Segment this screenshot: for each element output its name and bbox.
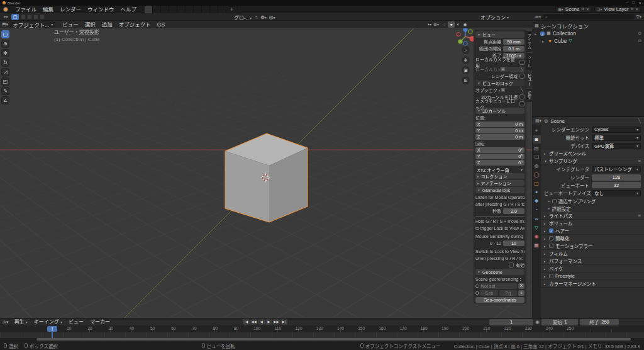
property-panel-header[interactable]: ▸フィルム <box>541 250 644 257</box>
add-workspace-button[interactable]: + <box>226 6 238 13</box>
jump-to-start-button[interactable]: |◀ <box>243 319 250 325</box>
preset-menu-icon[interactable]: ≡ <box>638 158 641 164</box>
property-panel-header[interactable]: ▸簡略化 <box>541 235 644 242</box>
timeline-editor-icon[interactable]: ◷▾ <box>3 320 9 325</box>
lock-object-field[interactable]: ▣╲ <box>500 88 525 93</box>
outliner-display-mode-dropdown[interactable]: ≔▾ <box>535 14 541 20</box>
view-layer-selector[interactable]: ❏▾ View Layer ⧉ ✕ <box>594 6 641 13</box>
outliner-row-collection[interactable]: ▸ ▦ Collection ⊙ <box>532 30 644 37</box>
data-tab[interactable]: ▽ <box>533 223 541 232</box>
gizmo-neg-z-axis[interactable] <box>464 42 467 45</box>
physics-tab[interactable]: ◔ <box>533 206 541 214</box>
current-frame-field[interactable]: 1 <box>489 319 533 325</box>
blender-menu-icon[interactable] <box>3 7 8 12</box>
property-panel-header[interactable]: ▸ヘアー <box>541 227 644 235</box>
viewport-menu-item[interactable]: GS <box>154 21 168 28</box>
measure-tool[interactable]: ∠ <box>1 96 9 104</box>
axis-field[interactable]: X0 m <box>475 121 525 127</box>
gizmo-y-axis[interactable] <box>458 39 462 43</box>
object-tab[interactable]: ▢ <box>533 179 541 188</box>
property-panel-header[interactable]: ▸カラーマネージメント <box>541 280 644 288</box>
rotate-tool[interactable]: ↻ <box>1 59 9 67</box>
constraints-tab[interactable]: ∞ <box>533 215 541 223</box>
workspace-tab[interactable] <box>161 6 169 13</box>
menu-item[interactable]: ウィンドウ <box>84 6 118 13</box>
add-origin-button[interactable]: + <box>518 290 525 296</box>
grease-pencil-panel[interactable]: ▸グリースペンシル <box>541 150 644 157</box>
tool-tab[interactable]: ⌖ <box>533 127 541 135</box>
jump-to-end-button[interactable]: ▶| <box>280 319 287 325</box>
collections-panel-header[interactable]: ▸コレクション <box>475 173 525 179</box>
proportional-edit-icon[interactable]: ◎▾ <box>269 14 275 20</box>
render-engine-dropdown[interactable]: Cycles▾ <box>592 127 641 133</box>
workspace-tab[interactable] <box>186 6 194 13</box>
viewport-menu-item[interactable]: オブジェクト <box>116 21 154 28</box>
timeline-track[interactable] <box>0 332 644 338</box>
marker-menu[interactable]: マーカー <box>87 319 113 326</box>
new-view-layer-icon[interactable]: ⧉ <box>631 7 633 11</box>
filter-icon[interactable]: ╲ <box>638 118 641 123</box>
integrator-dropdown[interactable]: パストレーシング▾ <box>592 166 641 172</box>
overlays-toggle-dropdown[interactable]: ⊚▾ <box>433 22 439 27</box>
move-tool[interactable]: ✥ <box>1 49 9 57</box>
hide-eye-icon[interactable]: ⊙ <box>638 31 641 36</box>
mode-square-icon[interactable] <box>27 14 32 20</box>
viewport-3d[interactable]: ⬒▾ オブジェクト...▾ ビュー選択追加オブジェクトGS ◑▾ ⊚▾ ◌●◐◉… <box>0 21 532 318</box>
navigation-gizmo[interactable] <box>457 27 475 45</box>
render-samples-field[interactable]: 128 <box>592 174 641 181</box>
mode-dropdown[interactable]: オブジェクト...▾ <box>10 21 55 28</box>
property-panel-header[interactable]: ▸ライトパス≡ <box>541 212 644 220</box>
cube-object[interactable] <box>225 133 308 222</box>
material-shading-button[interactable]: ◐ <box>455 21 462 28</box>
collection-checkbox[interactable] <box>540 31 545 36</box>
annotate-tool[interactable]: ✎ <box>1 87 9 95</box>
modifiers-tab[interactable]: ✦ <box>533 188 541 196</box>
prev-keyframe-button[interactable]: ◀◀ <box>250 319 257 325</box>
prj-button[interactable]: Prj <box>499 290 517 296</box>
camera-lock-checkbox[interactable] <box>519 101 525 106</box>
seconds-field[interactable]: 2.0 <box>503 208 525 214</box>
eyedropper-icon[interactable]: ╲ <box>521 67 523 72</box>
denoise-dropdown[interactable]: なし▾ <box>592 190 641 196</box>
feature-set-dropdown[interactable]: 標準▾ <box>592 135 641 141</box>
options-dropdown[interactable]: オプション▾ <box>480 14 509 21</box>
expand-icon[interactable]: ▸ <box>535 31 538 36</box>
select-box-tool[interactable]: ▢ <box>1 30 9 38</box>
orientation-dropdown[interactable]: グロ-.. ▾ <box>234 14 252 21</box>
sidebar-tab[interactable]: ツール <box>526 53 532 71</box>
advanced-row[interactable]: ▸詳細設定 <box>541 205 644 212</box>
particles-tab[interactable]: ✱ <box>533 197 541 205</box>
viewport-menu-item[interactable]: ビュー <box>59 21 82 28</box>
viewport-menu-item[interactable]: 追加 <box>99 21 116 28</box>
outliner-search-input[interactable]: ⌕ <box>543 14 635 20</box>
ortho-toggle-icon[interactable]: ⊞ <box>462 76 470 84</box>
outliner-row-scene-collection[interactable]: ▤ シーンコレクション <box>532 22 644 30</box>
geo-coordinates-button[interactable]: Geo-coordinates <box>475 297 525 303</box>
gizmo-toggle-dropdown[interactable]: ◑▾ <box>427 22 431 26</box>
cursor-tool[interactable]: ⊕ <box>1 40 9 48</box>
lock-cursor-checkbox[interactable] <box>519 94 525 99</box>
next-keyframe-button[interactable]: ▶▶ <box>273 319 280 325</box>
property-panel-header[interactable]: ▸ベイク <box>541 265 644 273</box>
world-tab[interactable]: ◯ <box>533 171 541 179</box>
view-panel-header[interactable]: ▼ビュー <box>475 31 525 38</box>
local-camera-field[interactable]: ▣╲ <box>500 67 525 72</box>
expand-icon[interactable]: ▸ <box>542 39 546 43</box>
crs-clear-button[interactable]: ✕ <box>518 283 525 289</box>
maximize-button[interactable]: □ <box>632 1 635 5</box>
render-tab[interactable]: ◙ <box>533 135 541 144</box>
scene-selector[interactable]: ▦▾ Scene ⧉ ✕ <box>555 6 592 13</box>
gizmo-neg-y-axis[interactable] <box>469 30 472 33</box>
gizmodal-panel-header[interactable]: ▼Gizmodal Ops <box>475 187 525 193</box>
workspace-tab[interactable] <box>153 6 161 13</box>
keying-menu[interactable]: キーイング ▾ <box>31 319 65 326</box>
geoscene-panel-header[interactable]: ▼Geoscene <box>475 269 525 275</box>
outliner-row-cube[interactable]: ▸ ▼ Cube ▽ ⊙ <box>532 37 644 45</box>
rendered-shading-button[interactable]: ◉ <box>462 21 469 28</box>
view-layer-tab[interactable]: ❏ <box>533 153 541 161</box>
gizmodal-enable-checkbox[interactable] <box>509 262 514 268</box>
menu-item[interactable]: レンダー <box>57 6 84 13</box>
view-lock-subpanel-header[interactable]: ▼ビューのロック <box>475 80 525 86</box>
workspace-tab[interactable] <box>169 6 177 13</box>
output-tab[interactable]: ▤ <box>533 144 541 152</box>
